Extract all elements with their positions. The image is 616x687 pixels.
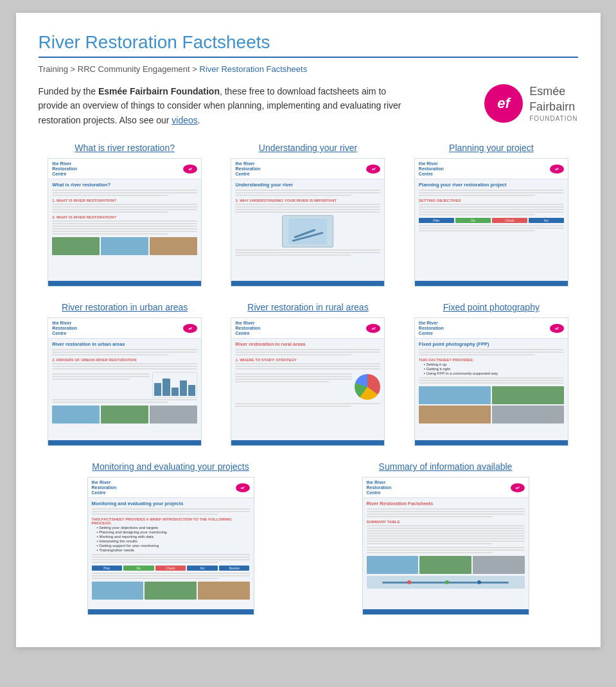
thumb-content-3: Planning your river restoration project … [415,179,568,281]
factsheet-item-4: River restoration in urban areas the Riv… [39,302,211,446]
breadcrumb-sep1: > [71,64,78,74]
factsheet-item-5: River restoration in rural areas the Riv… [222,302,394,446]
factsheet-link-4[interactable]: River restoration in urban areas [62,302,188,312]
breadcrumb-training: Training [39,64,68,74]
factsheet-thumb-3: the RiverRestorationCentre ef Planning y… [414,158,568,287]
factsheet-item-8: Summary of information available the Riv… [313,461,578,615]
intro-section: Funded by the Esmée Fairbairn Foundation… [39,84,578,127]
factsheet-item-1: What is river restoration? the RiverRest… [39,143,211,287]
factsheet-link-6[interactable]: Fixed point photography [443,302,540,312]
thumb-map [282,215,333,247]
thumb-header-7: the RiverRestorationCentre ef [88,477,254,498]
factsheet-thumb-7: the RiverRestorationCentre ef Monitoring… [87,477,254,615]
factsheet-link-1[interactable]: What is river restoration? [75,143,175,153]
thumb-header-2: the RiverRestorationCentre ef [231,159,384,179]
thumb-content-2: Understanding your river 1. Why understa… [231,179,384,281]
factsheet-item-7: Monitoring and evaluating your projects … [39,461,303,615]
thumb-header-8: the RiverRestorationCentre ef [363,477,529,498]
thumb-content-4: River restoration in urban areas 2. Driv… [48,339,201,440]
page-container: River Restoration Factsheets Training > … [16,13,601,647]
factsheet-thumb-6: the RiverRestorationCentre ef Fixed poin… [414,317,568,446]
factsheet-link-7[interactable]: Monitoring and evaluating your projects [92,461,249,472]
factsheet-link-2[interactable]: Understanding your river [259,143,357,153]
thumb-header-1: the RiverRestorationCentre ef [48,159,201,179]
ef-logo-circle: ef [484,84,523,123]
logo-name2: Fairbairn [529,100,575,113]
thumb-content-5: River restoration in rural areas 1. Wher… [231,339,384,440]
logo-text: Esmée Fairbairn FOUNDATION [529,84,577,123]
thumb-content-6: Fixed point photography (FPP) This facts… [415,339,568,440]
factsheet-link-5[interactable]: River restoration in rural areas [247,302,368,312]
thumb-content-8: River Restoration Factsheets Summary tab… [363,498,529,609]
blue-rule [39,57,578,58]
thumb-content-7: Monitoring and evaluating your projects … [88,498,254,609]
page-title: River Restoration Factsheets [39,32,578,53]
factsheet-thumb-8: the RiverRestorationCentre ef River Rest… [362,477,529,615]
factsheet-link-3[interactable]: Planning your project [449,143,534,153]
logo-box: ef Esmée Fairbairn FOUNDATION [484,84,577,123]
bottom-row: Monitoring and evaluating your projects … [39,461,578,615]
factsheet-link-8[interactable]: Summary of information available [379,461,513,472]
breadcrumb-rrc: RRC Community Engagement [78,64,190,74]
thumb-pie-chart [355,374,380,400]
thumb-header-4: the RiverRestorationCentre ef [48,318,201,339]
factsheet-item-6: Fixed point photography the RiverRestora… [405,302,577,446]
factsheet-item-3: Planning your project the RiverRestorati… [405,143,577,287]
breadcrumb: Training > RRC Community Engagement > Ri… [39,64,578,74]
factsheet-item-2: Understanding your river the RiverRestor… [222,143,394,287]
factsheet-thumb-4: the RiverRestorationCentre ef River rest… [48,317,202,446]
factsheets-grid-top: What is river restoration? the RiverRest… [39,143,578,446]
foundation-name: Esmée Fairbairn Foundation [98,86,220,96]
intro-text: Funded by the Esmée Fairbairn Foundation… [39,84,411,127]
thumb-header-6: the RiverRestorationCentre ef [415,318,568,339]
breadcrumb-current[interactable]: River Restoration Factsheets [200,64,308,74]
factsheet-thumb-5: the RiverRestorationCentre ef River rest… [231,317,385,446]
thumb-header-3: the RiverRestorationCentre ef [415,159,568,179]
factsheet-thumb-1: the RiverRestorationCentre ef What is ri… [48,158,202,287]
thumb-header-5: the RiverRestorationCentre ef [231,318,384,339]
breadcrumb-sep2: > [192,64,199,74]
videos-link[interactable]: videos [172,115,197,125]
factsheet-thumb-2: the RiverRestorationCentre ef Understand… [231,158,385,287]
logo-name1: Esmée [529,85,565,98]
logo-foundation: FOUNDATION [529,114,577,123]
thumb-content-1: What is river restoration? 1. What is ri… [48,179,201,281]
